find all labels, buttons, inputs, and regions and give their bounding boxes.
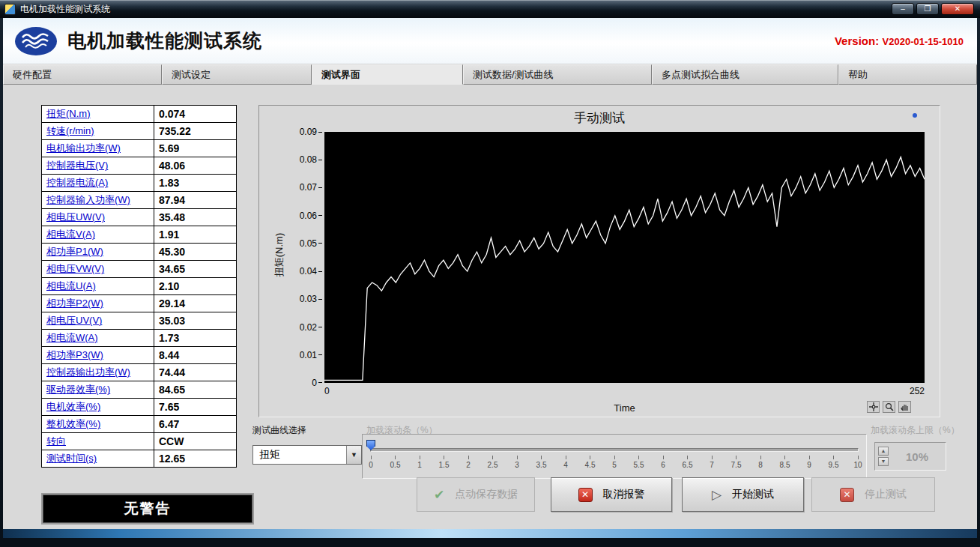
measurement-value: 0.074 <box>154 106 237 123</box>
measurement-value: 29.14 <box>154 295 237 312</box>
red-x-icon: ✕ <box>840 488 854 502</box>
slider-tick: 6.5 <box>683 456 693 469</box>
measurement-value: 45.30 <box>154 244 237 261</box>
table-row: 相电流V(A) 1.91 <box>42 226 237 244</box>
measurement-label: 相电压UW(V) <box>42 209 154 226</box>
page-title: 电机加载性能测试系统 <box>67 28 262 53</box>
stop-test-button[interactable]: ✕ 停止测试 <box>811 477 935 512</box>
upper-limit-label: 加载滚动条上限（%） <box>871 424 960 437</box>
measurement-value: CCW <box>154 433 237 450</box>
y-tick-label: 0.08 <box>282 154 322 166</box>
slider-tick: 2.5 <box>488 456 498 469</box>
measurement-value: 1.91 <box>154 226 237 244</box>
table-row: 相功率P1(W) 45.30 <box>42 244 237 261</box>
measurement-label: 控制器输出功率(W) <box>42 364 154 381</box>
table-row: 相电压UV(V) 35.03 <box>42 312 237 330</box>
measurement-label: 电机输出功率(W) <box>42 140 154 157</box>
app-header: 电机加载性能测试系统 Version: V2020-01-15-1010 <box>3 18 977 64</box>
x-axis-ticks: 0 252 <box>324 386 925 396</box>
slider-tick: 5.5 <box>634 456 644 469</box>
spinner-arrows: ▲ ▼ <box>878 447 889 466</box>
plot-line <box>324 157 925 381</box>
table-row: 电机输出功率(W) 5.69 <box>42 140 237 157</box>
measurement-value: 48.06 <box>154 157 237 175</box>
spinner-down-icon[interactable]: ▼ <box>878 457 889 466</box>
table-row: 扭矩(N.m) 0.074 <box>42 106 237 123</box>
measurement-value: 35.03 <box>154 312 237 330</box>
tab[interactable]: 多点测试拟合曲线 <box>652 64 838 85</box>
tab[interactable]: 测试设定 <box>162 64 312 85</box>
measurement-value: 1.83 <box>154 175 237 192</box>
measurement-label: 相电压UV(V) <box>42 312 154 330</box>
measurement-label: 相电流V(A) <box>42 226 154 244</box>
tab-label: 测试设定 <box>172 68 211 82</box>
company-logo-icon <box>13 25 58 58</box>
table-row: 相功率P3(W) 8.44 <box>42 347 237 364</box>
table-row: 控制器电流(A) 1.83 <box>42 175 237 192</box>
measurement-label: 控制器输入功率(W) <box>42 192 154 209</box>
measurement-value: 34.65 <box>154 261 237 278</box>
slider-tick-labels: 0 0.5 1 1.5 <box>366 456 863 469</box>
slider-tick: 7 <box>707 456 717 469</box>
curve-select-label: 测试曲线选择 <box>252 424 306 437</box>
tab[interactable]: 帮助 <box>838 64 977 85</box>
slider-tick: 9.5 <box>829 456 839 469</box>
stop-test-label: 停止测试 <box>865 488 907 501</box>
slider-tick: 5 <box>609 456 620 469</box>
save-data-button[interactable]: ✔ 点动保存数据 <box>417 477 535 512</box>
measurement-label: 控制器电流(A) <box>42 175 154 192</box>
curve-select-dropdown[interactable]: 扭矩 ▼ <box>252 445 362 465</box>
measurement-label: 转速(r/min) <box>42 123 154 140</box>
spinner-up-icon[interactable]: ▲ <box>878 447 889 456</box>
table-row: 整机效率(%) 6.47 <box>42 416 237 433</box>
chart-panel: 手动测试 扭矩(N.m) 0.09 0.08 <box>258 105 940 417</box>
cursor-tool-icon[interactable] <box>867 401 880 413</box>
tab-label: 多点测试拟合曲线 <box>662 68 739 82</box>
chevron-down-icon[interactable]: ▼ <box>346 446 361 464</box>
measurement-value: 12.65 <box>154 450 237 468</box>
measurement-value: 35.48 <box>154 209 237 226</box>
tab-bar: 硬件配置 测试设定 测试界面 测试数据/测试曲线 多点测试拟合曲线 <box>3 64 977 85</box>
save-data-label: 点动保存数据 <box>455 488 518 501</box>
title-bar: 电机加载性能测试系统 – ❐ ✕ <box>0 0 980 18</box>
cancel-alarm-button[interactable]: ✕ 取消报警 <box>551 477 672 512</box>
measurement-label: 控制器电压(V) <box>42 157 154 175</box>
minimize-button[interactable]: – <box>892 3 914 15</box>
y-tick-label: 0.09 <box>282 126 322 138</box>
load-slider[interactable]: 0 0.5 1 1.5 <box>362 434 867 479</box>
table-row: 转速(r/min) 735.22 <box>42 123 237 140</box>
window-title: 电机加载性能测试系统 <box>20 3 110 16</box>
red-x-icon: ✕ <box>578 488 593 502</box>
zoom-tool-icon[interactable] <box>883 401 895 413</box>
measurement-label: 相电流W(A) <box>42 330 154 347</box>
slider-track[interactable] <box>370 448 859 452</box>
slider-tick: 0 <box>366 456 376 469</box>
tab-label: 帮助 <box>848 68 868 82</box>
measurement-label: 相电压VW(V) <box>42 261 154 278</box>
slider-tick: 4 <box>560 456 571 469</box>
start-test-label: 开始测试 <box>732 488 774 501</box>
tab[interactable]: 测试数据/测试曲线 <box>463 64 652 85</box>
measurement-label: 测试时间(s) <box>42 450 154 468</box>
y-tick-label: 0.07 <box>282 181 322 193</box>
close-button[interactable]: ✕ <box>941 3 974 15</box>
tab[interactable]: 测试界面 <box>312 64 463 85</box>
tab-label: 测试界面 <box>321 68 360 82</box>
measurement-label: 电机效率(%) <box>42 399 154 416</box>
tab[interactable]: 硬件配置 <box>3 64 162 85</box>
table-row: 相电压VW(V) 34.65 <box>42 261 237 278</box>
version-label: Version: <box>835 34 879 47</box>
pan-hand-tool-icon[interactable] <box>898 401 911 413</box>
slider-tick: 7.5 <box>731 456 742 469</box>
check-icon: ✔ <box>434 487 444 503</box>
curve-select-value: 扭矩 <box>253 448 346 462</box>
table-row: 测试时间(s) 12.65 <box>42 450 237 468</box>
upper-limit-spinner[interactable]: ▲ ▼ 10% <box>874 442 946 471</box>
maximize-button[interactable]: ❐ <box>916 3 939 15</box>
measurement-label: 相功率P1(W) <box>42 244 154 261</box>
measurement-label: 相功率P3(W) <box>42 347 154 364</box>
table-row: 控制器输出功率(W) 74.44 <box>42 364 237 381</box>
start-test-button[interactable]: ▷ 开始测试 <box>682 477 804 512</box>
warning-indicator: 无警告 <box>41 493 254 525</box>
table-row: 相功率P2(W) 29.14 <box>42 295 237 312</box>
